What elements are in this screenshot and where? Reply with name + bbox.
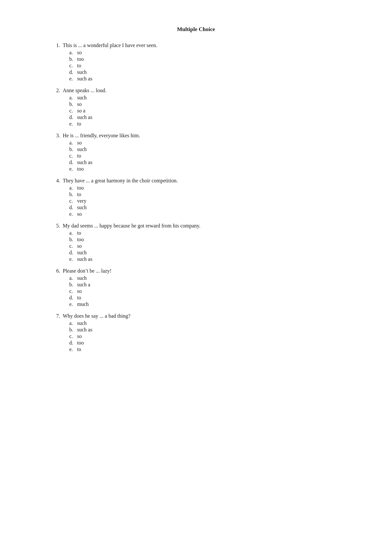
option-label: b. <box>69 282 74 288</box>
option-label: c. <box>69 153 74 159</box>
option-text: such as <box>77 114 92 120</box>
option-text: to <box>77 63 81 69</box>
option-label: e. <box>69 256 74 262</box>
option-label: e. <box>69 76 74 82</box>
option-text: such as <box>77 327 92 333</box>
option-item: d.to <box>69 295 340 301</box>
options-list: a.tob.tooc.sod.suche.such as <box>69 230 340 262</box>
option-item: c.so <box>69 333 340 339</box>
question-text: He is ... friendly, everyone likes him. <box>63 133 140 139</box>
question-text: Please don’t be ... lazy! <box>63 268 111 274</box>
option-item: c.very <box>69 198 340 204</box>
option-item: b.too <box>69 237 340 243</box>
option-item: d.such as <box>69 114 340 120</box>
question-text: Anne speaks ... loud. <box>63 88 106 93</box>
option-label: e. <box>69 346 74 352</box>
question-item: 7.Why does he say ... a bad thing?a.such… <box>52 313 340 352</box>
option-item: a.such <box>69 275 340 281</box>
option-label: b. <box>69 101 74 107</box>
option-label: c. <box>69 108 74 114</box>
option-item: e.too <box>69 166 340 172</box>
option-text: too <box>77 237 84 243</box>
question-text: This is ... a wonderful place I have eve… <box>63 42 157 48</box>
question-number: 1. <box>52 42 60 48</box>
option-label: a. <box>69 140 74 146</box>
option-text: to <box>77 230 81 236</box>
option-text: such as <box>77 76 92 82</box>
option-item: e.to <box>69 346 340 352</box>
option-item: b.such <box>69 146 340 152</box>
question-number: 6. <box>52 268 60 274</box>
option-item: d.such <box>69 69 340 75</box>
option-item: b.such a <box>69 282 340 288</box>
option-label: c. <box>69 243 74 249</box>
option-label: b. <box>69 237 74 243</box>
option-text: so <box>77 50 82 56</box>
option-label: a. <box>69 50 74 56</box>
option-label: d. <box>69 340 74 346</box>
option-item: a.too <box>69 185 340 191</box>
option-text: such <box>77 320 87 326</box>
options-list: a.sob.suchc.tod.such ase.too <box>69 140 340 172</box>
option-text: such <box>77 205 87 210</box>
option-item: e.such as <box>69 256 340 262</box>
option-item: a.such <box>69 320 340 326</box>
option-text: such <box>77 95 87 101</box>
option-text: so <box>77 243 82 249</box>
option-item: b.so <box>69 101 340 107</box>
option-label: d. <box>69 114 74 120</box>
options-list: a.suchb.such asc.sod.tooe.to <box>69 320 340 352</box>
question-list: 1.This is ... a wonderful place I have e… <box>52 42 340 352</box>
option-item: a.so <box>69 140 340 146</box>
option-label: a. <box>69 95 74 101</box>
question-item: 6.Please don’t be ... lazy!a.suchb.such … <box>52 268 340 307</box>
option-text: too <box>77 166 84 172</box>
option-text: such as <box>77 256 92 262</box>
question-number: 3. <box>52 133 60 139</box>
question-number: 7. <box>52 313 60 319</box>
option-label: a. <box>69 185 74 191</box>
question-item: 2.Anne speaks ... loud.a.suchb.soc.so ad… <box>52 88 340 127</box>
option-item: d.such <box>69 250 340 256</box>
option-label: e. <box>69 211 74 217</box>
option-text: so <box>77 333 82 339</box>
option-label: a. <box>69 275 74 281</box>
option-text: so <box>77 288 82 294</box>
option-label: b. <box>69 56 74 62</box>
page-title: Multiple Choice <box>52 26 340 33</box>
option-text: too <box>77 340 84 346</box>
option-item: c.to <box>69 153 340 159</box>
option-label: b. <box>69 327 74 333</box>
option-label: d. <box>69 160 74 165</box>
option-label: a. <box>69 230 74 236</box>
question-number: 5. <box>52 223 60 229</box>
option-item: c.so <box>69 288 340 294</box>
option-text: too <box>77 56 84 62</box>
option-item: b.such as <box>69 327 340 333</box>
question-number: 4. <box>52 178 60 184</box>
question-item: 4.They have ... a great harmony in the c… <box>52 178 340 217</box>
question-item: 1.This is ... a wonderful place I have e… <box>52 42 340 82</box>
option-label: d. <box>69 250 74 256</box>
option-text: such <box>77 69 87 75</box>
option-text: such as <box>77 160 92 165</box>
option-item: c.so a <box>69 108 340 114</box>
option-item: e.such as <box>69 76 340 82</box>
option-text: such <box>77 146 87 152</box>
option-text: so <box>77 211 82 217</box>
option-label: c. <box>69 198 74 204</box>
option-label: a. <box>69 320 74 326</box>
option-text: too <box>77 185 84 191</box>
question-item: 3.He is ... friendly, everyone likes him… <box>52 133 340 172</box>
option-label: e. <box>69 166 74 172</box>
question-text: Why does he say ... a bad thing? <box>63 313 130 319</box>
option-label: c. <box>69 333 74 339</box>
option-label: d. <box>69 69 74 75</box>
option-item: d.such as <box>69 160 340 165</box>
options-list: a.sob.tooc.tod.suche.such as <box>69 50 340 82</box>
option-item: c.to <box>69 63 340 69</box>
option-text: to <box>77 121 81 127</box>
option-item: e.to <box>69 121 340 127</box>
options-list: a.suchb.such ac.sod.toe.much <box>69 275 340 307</box>
option-text: so <box>77 101 82 107</box>
